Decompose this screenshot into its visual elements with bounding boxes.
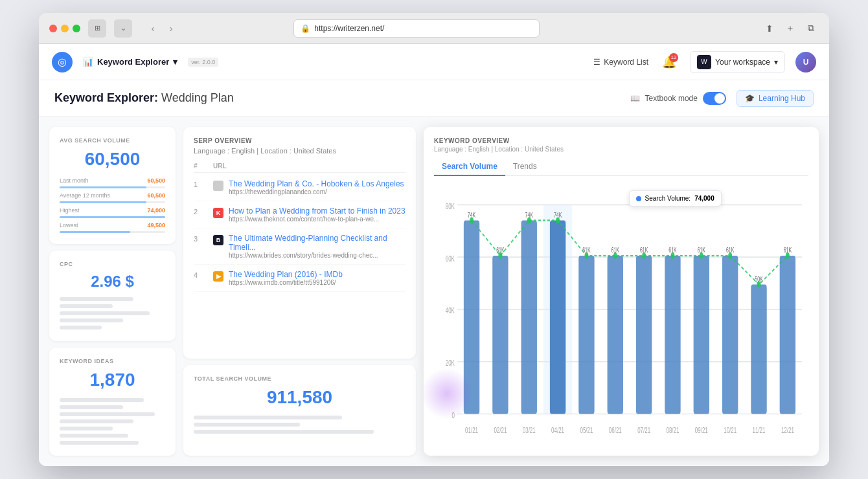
stat-value: 74,000	[147, 207, 165, 214]
serp-link-title[interactable]: How to Plan a Wedding from Start to Fini…	[229, 206, 405, 216]
svg-point-46	[786, 252, 790, 259]
back-button[interactable]: ‹	[145, 21, 161, 36]
tab-search-volume[interactable]: Search Volume	[434, 158, 505, 176]
serp-table-header: # URL	[194, 162, 405, 173]
toggle-switch[interactable]	[703, 92, 726, 105]
notification-button[interactable]: 🔔 12	[659, 52, 680, 72]
list-icon: ☰	[593, 58, 600, 67]
stat-value: 60,500	[147, 192, 165, 199]
keyword-overview-panel: KEYWORD OVERVIEW Language : English | Lo…	[424, 127, 819, 456]
col-url: URL	[213, 162, 405, 170]
serp-rows: 1 The Wedding Plan & Co. - Hoboken & Los…	[194, 174, 405, 292]
center-panel: SERP OVERVIEW Language : English | Locat…	[183, 127, 416, 456]
svg-point-37	[527, 217, 531, 224]
version-badge: ver. 2.0.0	[188, 58, 218, 67]
minimize-button[interactable]	[61, 25, 69, 32]
skeleton-line	[60, 326, 102, 329]
total-volume-card: TOTAL SEARCH VOLUME 911,580	[183, 365, 416, 456]
svg-rect-19	[578, 256, 594, 414]
main-layout: AVG SEARCH VOLUME 60,500 Last month 60,5…	[39, 117, 829, 466]
stat-label: Last month	[60, 177, 89, 184]
graduation-icon: 🎓	[745, 94, 755, 103]
learning-hub-button[interactable]: 🎓 Learning Hub	[737, 90, 814, 107]
workspace-chevron-icon: ▾	[774, 58, 778, 67]
stat-row: Lowest 49,500	[60, 222, 165, 228]
skeleton-line	[60, 412, 155, 416]
svg-text:04/21: 04/21	[551, 425, 564, 434]
svg-text:12/21: 12/21	[781, 425, 794, 434]
keyword-ideas-card: KEYWORD IDEAS 1,870	[49, 348, 176, 456]
svg-rect-31	[751, 285, 766, 414]
sidebar-toggle-icon[interactable]: ⊞	[88, 19, 106, 38]
page-header: Keyword Explorer: Wedding Plan 📖 Textboo…	[39, 80, 829, 117]
ideas-skeletons	[60, 398, 165, 445]
serp-link-title[interactable]: The Wedding Plan (2016) - IMDb	[229, 270, 405, 279]
tooltip-label: Search Volume:	[645, 195, 691, 202]
chart-tooltip: Search Volume: 74,000	[629, 190, 722, 206]
col-number: #	[194, 162, 213, 170]
stat-bar	[60, 216, 165, 218]
serp-favicon: ▶	[213, 271, 223, 282]
tab-trends[interactable]: Trends	[505, 158, 545, 176]
workspace-button[interactable]: W Your workspace ▾	[690, 51, 785, 73]
new-tab-icon[interactable]: ＋	[782, 21, 798, 36]
serp-favicon: K	[213, 208, 223, 218]
svg-point-35	[470, 217, 474, 224]
cpc-card: CPC 2.96 $	[49, 251, 176, 341]
chart-container: Search Volume: 74,000 020K40K60K80K74K61…	[434, 184, 808, 445]
avatar[interactable]: U	[795, 52, 816, 72]
svg-point-44	[728, 252, 732, 259]
forward-button[interactable]: ›	[163, 21, 179, 36]
textbook-mode-toggle[interactable]: 📖 Textbook mode	[630, 92, 726, 105]
chevron-down-icon[interactable]: ⌄	[114, 19, 132, 38]
cpc-skeletons	[60, 297, 165, 329]
svg-rect-13	[492, 256, 508, 414]
svg-point-39	[584, 252, 588, 259]
notification-badge: 12	[669, 53, 678, 62]
serp-number: 3	[194, 234, 213, 243]
maximize-button[interactable]	[73, 25, 80, 32]
stat-row: Average 12 months 60,500	[60, 192, 165, 199]
svg-text:0: 0	[451, 410, 454, 419]
book-icon: 📖	[630, 94, 640, 103]
lock-icon: 🔒	[301, 24, 310, 33]
stat-bar-wrap	[60, 231, 165, 233]
overview-tabs: Search Volume Trends	[434, 158, 808, 176]
stat-row: Last month 60,500	[60, 177, 165, 184]
serp-link-title[interactable]: The Wedding Plan & Co. - Hoboken & Los A…	[229, 179, 405, 188]
skeleton-line	[60, 441, 139, 445]
serp-link-title[interactable]: The Ultimate Wedding-Planning Checklist …	[229, 234, 405, 252]
app-header: ◎ 📊 Keyword Explorer ▾ ver. 2.0.0 ☰ Keyw…	[39, 44, 829, 80]
tooltip-dot	[636, 196, 641, 201]
overview-title: KEYWORD OVERVIEW	[434, 137, 808, 144]
serp-number: 4	[194, 270, 213, 279]
share-icon[interactable]: ⬆	[762, 21, 777, 36]
total-volume-number: 911,580	[194, 387, 405, 408]
keyword-explorer-nav[interactable]: 📊 Keyword Explorer ▾	[83, 57, 177, 67]
svg-rect-33	[780, 256, 795, 414]
skeleton-line	[60, 297, 133, 301]
cpc-label: CPC	[60, 261, 165, 267]
tooltip-value: 74,000	[694, 195, 714, 202]
stat-value: 49,500	[147, 222, 165, 228]
stat-bar-wrap	[60, 201, 165, 203]
keyword-list-button[interactable]: ☰ Keyword List	[593, 58, 648, 67]
svg-text:02/21: 02/21	[494, 425, 507, 434]
total-volume-label: TOTAL SEARCH VOLUME	[194, 375, 405, 382]
svg-text:60K: 60K	[446, 254, 455, 263]
skeleton-line	[194, 430, 374, 434]
stats-container: Last month 60,500 Average 12 months 60,5…	[60, 177, 165, 233]
serp-link-url: https://theweddingplanandco.com/	[229, 188, 405, 195]
table-row: 1 The Wedding Plan & Co. - Hoboken & Los…	[194, 174, 405, 201]
close-button[interactable]	[49, 25, 57, 32]
stat-label: Lowest	[60, 222, 78, 228]
svg-point-41	[642, 252, 646, 259]
skeleton-line	[60, 434, 128, 438]
window-icon[interactable]: ⧉	[803, 21, 819, 36]
address-bar[interactable]: 🔒 https://writerzen.net/	[293, 19, 540, 38]
avg-volume-label: AVG SEARCH VOLUME	[60, 137, 165, 144]
svg-text:80K: 80K	[446, 201, 455, 210]
chart-icon: 📊	[83, 57, 93, 67]
svg-text:20K: 20K	[446, 358, 455, 367]
header-right: ☰ Keyword List 🔔 12 W Your workspace ▾ U	[593, 51, 816, 73]
